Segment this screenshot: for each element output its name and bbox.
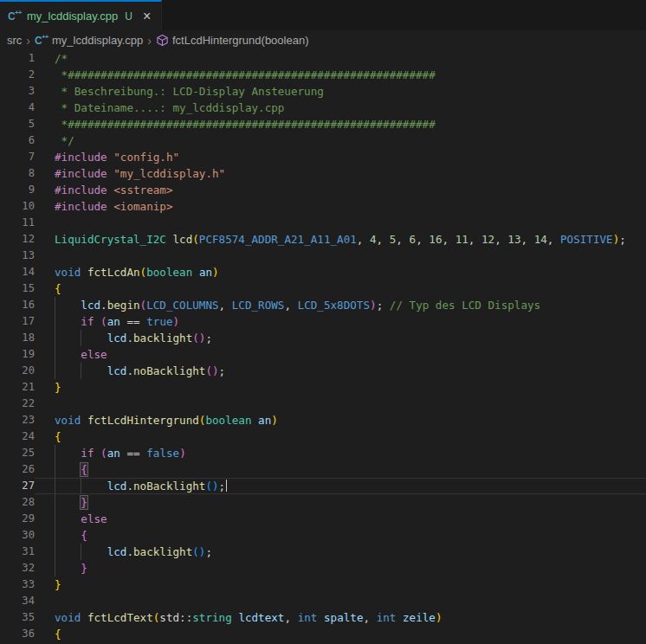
code-line[interactable]: 1/* [0, 50, 646, 67]
token: ) [212, 480, 219, 493]
code-line[interactable]: 10#include <iomanip> [0, 198, 646, 215]
code-line[interactable]: 23void fctLcdHintergrund(boolean an) [0, 412, 646, 428]
token: . [100, 299, 107, 312]
line-number: 16 [0, 297, 35, 313]
breadcrumb-item-file[interactable]: C ++ my_lcddisplay.cpp [35, 34, 143, 48]
token: { [55, 282, 61, 295]
token: ( [205, 364, 212, 377]
code-line-content: else [35, 511, 646, 527]
code-line[interactable]: 24{ [0, 428, 646, 445]
code-line[interactable]: 8#include "my_lcddisplay.h" [0, 165, 646, 182]
code-text: lcd.backlight(); [55, 330, 212, 346]
line-number: 30 [0, 527, 35, 544]
token: } [81, 496, 87, 509]
code-line[interactable]: 29 else [0, 511, 646, 527]
token: } [55, 381, 61, 394]
breadcrumb-label: my_lcddisplay.cpp [52, 34, 143, 47]
code-text: void fctLcdHintergrund(boolean an) [55, 412, 278, 428]
line-number: 26 [0, 461, 35, 478]
token: { [55, 628, 61, 641]
token: LiquidCrystal_I2C [55, 233, 166, 246]
breadcrumb-item-symbol[interactable]: fctLcdHintergrund(boolean) [156, 34, 309, 47]
token [55, 512, 81, 525]
tab-my-lcddisplay[interactable]: C ++ my_lcddisplay.cpp U × [0, 0, 162, 30]
token: ; [619, 233, 626, 246]
token: boolean [146, 266, 192, 279]
code-line-content: lcd.begin(LCD_COLUMNS, LCD_ROWS, LCD_5x8… [35, 297, 646, 313]
breadcrumb-item-src[interactable]: src [7, 34, 22, 47]
token: ; [377, 299, 390, 312]
token: ) [212, 364, 219, 377]
token: #include [55, 184, 107, 196]
indent-guide [55, 363, 55, 379]
code-line[interactable]: 4 * Dateiname....: my_lcddisplay.cpp [0, 100, 646, 116]
code-line[interactable]: 32 } [0, 560, 646, 576]
code-line[interactable]: 33} [0, 576, 646, 593]
token [55, 562, 81, 575]
code-line[interactable]: 5 *#####################################… [0, 116, 646, 132]
token: , [396, 233, 409, 246]
token: lcd [107, 364, 127, 377]
token [55, 447, 81, 460]
token: . [126, 480, 133, 493]
code-line[interactable]: 13 [0, 248, 646, 264]
code-line[interactable]: 22 [0, 396, 646, 412]
token [192, 266, 199, 279]
code-text: } [55, 576, 61, 593]
code-text: if (an == true) [55, 313, 179, 330]
code-line[interactable]: 18 lcd.backlight(); [0, 330, 646, 346]
code-line[interactable]: 11 [0, 215, 646, 231]
token: fctLcdHintergrund [87, 414, 199, 427]
code-line[interactable]: 17 if (an == true) [0, 313, 646, 330]
code-line[interactable]: 31 lcd.backlight(); [0, 544, 646, 560]
token: * Beschreibung.: LCD-Display Ansteuerung [55, 85, 324, 98]
code-line[interactable]: 3 * Beschreibung.: LCD-Display Ansteueru… [0, 83, 646, 100]
code-line[interactable]: 9#include <sstream> [0, 182, 646, 198]
code-line-content: #include <iomanip> [35, 198, 646, 215]
code-line[interactable]: 25 if (an == false) [0, 445, 646, 461]
code-line[interactable]: 30 { [0, 527, 646, 544]
close-icon[interactable]: × [141, 10, 152, 23]
cpp-icon-plus: ++ [15, 9, 21, 16]
line-number: 17 [0, 313, 35, 330]
code-text: #include <iomanip> [55, 198, 173, 215]
code-line[interactable]: 34 [0, 593, 646, 609]
token: ; [205, 545, 212, 558]
code-line[interactable]: 28 } [0, 494, 646, 511]
token: 13 [507, 233, 520, 246]
line-number: 4 [0, 100, 35, 116]
code-line[interactable]: 2 *#####################################… [0, 67, 646, 83]
code-text: if (an == false) [55, 445, 186, 461]
code-line[interactable]: 7#include "config.h" [0, 149, 646, 165]
code-line-content: { [35, 527, 646, 544]
token: . [126, 545, 133, 558]
indent-guide [55, 346, 55, 363]
code-line[interactable]: 20 lcd.noBacklight(); [0, 363, 646, 379]
indent-guide [55, 560, 55, 576]
code-text: *#######################################… [55, 116, 436, 132]
code-line-content: lcd.backlight(); [35, 544, 646, 560]
token: } [55, 578, 61, 591]
token: #include [55, 167, 107, 180]
code-text: #include "config.h" [55, 149, 179, 165]
code-line[interactable]: 26 { [0, 461, 646, 478]
line-number: 34 [0, 593, 35, 609]
code-line[interactable]: 6 */ [0, 132, 646, 149]
token: LCD_ROWS [232, 299, 285, 312]
code-line[interactable]: 27 lcd.noBacklight(); [0, 478, 646, 494]
token: spalte [324, 611, 364, 624]
token: PCF8574_ADDR_A21_A11_A01 [199, 233, 357, 246]
code-line[interactable]: 19 else [0, 346, 646, 363]
code-line[interactable]: 12LiquidCrystal_I2C lcd(PCF8574_ADDR_A21… [0, 231, 646, 248]
code-text: void fctLcdAn(boolean an) [55, 264, 219, 280]
token: void [55, 611, 81, 624]
code-line[interactable]: 35void fctLcdText(std::string lcdtext, i… [0, 609, 646, 626]
code-line[interactable]: 14void fctLcdAn(boolean an) [0, 264, 646, 280]
code-line[interactable]: 15{ [0, 280, 646, 297]
token [94, 447, 101, 460]
token: an [258, 414, 271, 427]
code-line[interactable]: 21} [0, 379, 646, 396]
code-line[interactable]: 16 lcd.begin(LCD_COLUMNS, LCD_ROWS, LCD_… [0, 297, 646, 313]
code-line[interactable]: 36{ [0, 626, 646, 642]
token: ) [179, 447, 186, 460]
